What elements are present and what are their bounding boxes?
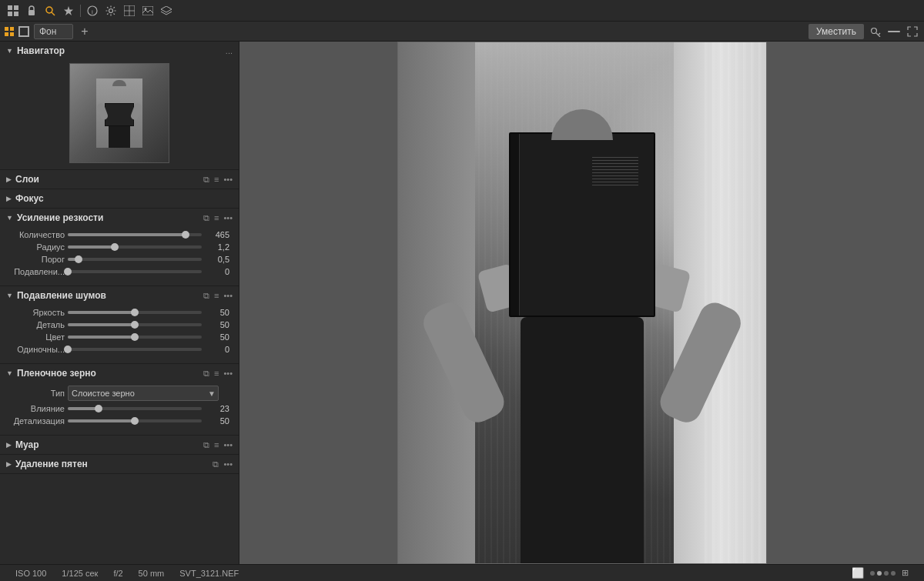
spot-copy-icon[interactable]: ⧉ — [213, 459, 219, 469]
slider-track-1[interactable] — [68, 419, 202, 422]
sharpening-more-icon[interactable]: ••• — [223, 213, 233, 223]
slider-track-3[interactable] — [68, 348, 202, 351]
moire-copy-icon[interactable]: ⧉ — [203, 440, 209, 450]
layers-menu-icon[interactable]: ≡ — [214, 175, 219, 185]
svg-rect-2 — [8, 12, 12, 16]
noise-more-icon[interactable]: ••• — [223, 291, 233, 301]
book — [509, 132, 655, 317]
slider-row: Одиночны... 0 — [9, 345, 229, 354]
filmgrain-menu-icon[interactable]: ≡ — [214, 369, 219, 379]
add-tab-button[interactable]: + — [78, 25, 92, 38]
filmgrain-type-row: Тип Слоистое зерно ▼ — [9, 386, 229, 401]
slider-track-0[interactable] — [68, 407, 202, 410]
grid-icon[interactable] — [6, 4, 20, 18]
svg-text:i: i — [92, 8, 93, 15]
slider-track-2[interactable] — [68, 258, 202, 261]
filmgrain-copy-icon[interactable]: ⧉ — [203, 369, 209, 379]
navigator-section: ▼ Навигатор ... — [0, 42, 239, 170]
svg-rect-4 — [28, 10, 35, 15]
left-panel: ▼ Навигатор ... — [0, 42, 239, 564]
layers-icon[interactable] — [159, 4, 173, 18]
slider-label-0: Яркость — [9, 308, 65, 317]
dot-3 — [884, 571, 889, 576]
gear-icon[interactable] — [104, 4, 118, 18]
slider-value-2: 50 — [205, 332, 229, 342]
slider-value-3: 0 — [205, 345, 229, 354]
grid2-icon[interactable] — [122, 4, 136, 18]
view-grid-button[interactable] — [5, 27, 14, 36]
dot-2 — [877, 571, 882, 576]
tab-selector[interactable]: Фон — [34, 24, 73, 39]
layers-copy-icon[interactable]: ⧉ — [203, 175, 209, 185]
spot-arrow: ▶ — [6, 460, 12, 468]
view-single-button[interactable] — [18, 26, 29, 37]
noise-section: ▼ Подавление шумов ⧉ ≡ ••• Яркость 50 Де… — [0, 286, 239, 364]
noise-body: Яркость 50 Деталь 50 Цвет — [0, 305, 239, 363]
spot-section: ▶ Удаление пятен ⧉ ••• — [0, 455, 239, 474]
slider-value-1: 50 — [205, 320, 229, 329]
moire-more-icon[interactable]: ••• — [223, 440, 233, 450]
spot-header[interactable]: ▶ Удаление пятен ⧉ ••• — [0, 455, 239, 473]
book-spine — [511, 134, 520, 316]
filmgrain-body: Тип Слоистое зерно ▼ Влияние 23 Детализа… — [0, 382, 239, 435]
noise-copy-icon[interactable]: ⧉ — [203, 291, 209, 301]
shutter-value: 1/125 сек — [62, 569, 98, 578]
moire-menu-icon[interactable]: ≡ — [214, 440, 219, 450]
slider-track-0[interactable] — [68, 233, 202, 236]
filmgrain-header[interactable]: ▼ Пленочное зерно ⧉ ≡ ••• — [0, 364, 239, 382]
person-torso — [521, 317, 644, 563]
image-icon[interactable] — [141, 4, 155, 18]
navigator-header[interactable]: ▼ Навигатор ... — [0, 42, 239, 60]
search-icon[interactable] — [43, 4, 57, 18]
navigator-more[interactable]: ... — [226, 46, 233, 55]
layers-more-icon[interactable]: ••• — [223, 175, 233, 185]
status-dots — [870, 571, 896, 576]
sharpening-copy-icon[interactable]: ⧉ — [203, 213, 209, 223]
filmgrain-type-select[interactable]: Слоистое зерно — [68, 386, 219, 401]
svg-rect-14 — [142, 6, 153, 15]
view-icon[interactable]: ⬜ — [852, 567, 864, 579]
filmgrain-more-icon[interactable]: ••• — [223, 369, 233, 379]
noise-header[interactable]: ▼ Подавление шумов ⧉ ≡ ••• — [0, 286, 239, 305]
thumbnail-image — [70, 64, 169, 162]
status-menu-icon[interactable]: ⊞ — [902, 568, 909, 578]
slider-row: Деталь 50 — [9, 320, 229, 329]
lock-icon[interactable] — [25, 4, 38, 18]
slider-track-1[interactable] — [68, 323, 202, 326]
slider-label-2: Цвет — [9, 332, 65, 342]
slider-track-1[interactable] — [68, 245, 202, 249]
slider-track-2[interactable] — [68, 336, 202, 339]
zoom-out-icon[interactable] — [887, 25, 901, 38]
info-icon[interactable]: i — [85, 4, 99, 18]
slider-value-0: 465 — [205, 230, 229, 239]
slider-row: Влияние 23 — [9, 404, 229, 413]
toolbar-separator-1 — [80, 5, 81, 17]
key-icon[interactable] — [869, 25, 882, 38]
focus-title: Фокус — [15, 193, 233, 204]
filmgrain-title: Пленочное зерно — [17, 368, 203, 379]
focus-header[interactable]: ▶ Фокус — [0, 189, 239, 208]
slider-track-0[interactable] — [68, 311, 202, 314]
noise-arrow: ▼ — [6, 292, 13, 299]
sharpening-header[interactable]: ▼ Усиление резкости ⧉ ≡ ••• — [0, 209, 239, 227]
layers-header[interactable]: ▶ Слои ⧉ ≡ ••• — [0, 170, 239, 189]
navigator-title: Навигатор — [17, 45, 226, 56]
slider-label-0: Количество — [9, 230, 65, 239]
aperture-value: f/2 — [113, 569, 122, 578]
noise-menu-icon[interactable]: ≡ — [214, 291, 219, 301]
spot-title: Удаление пятен — [15, 459, 213, 469]
slider-track-3[interactable] — [68, 270, 202, 273]
spot-more-icon[interactable]: ••• — [223, 459, 233, 469]
sharpening-menu-icon[interactable]: ≡ — [214, 213, 219, 223]
book-text — [592, 157, 638, 272]
dot-1 — [870, 571, 875, 576]
slider-value-0: 23 — [205, 404, 229, 413]
slider-value-2: 0,5 — [205, 255, 229, 264]
second-toolbar: Фон + Уместить — [0, 22, 924, 42]
expand-icon[interactable] — [906, 25, 919, 38]
star-icon[interactable] — [62, 4, 75, 18]
moire-header[interactable]: ▶ Муар ⧉ ≡ ••• — [0, 436, 239, 454]
fit-button[interactable]: Уместить — [808, 24, 864, 39]
person-photo — [451, 117, 713, 563]
filmgrain-arrow: ▼ — [6, 369, 13, 377]
